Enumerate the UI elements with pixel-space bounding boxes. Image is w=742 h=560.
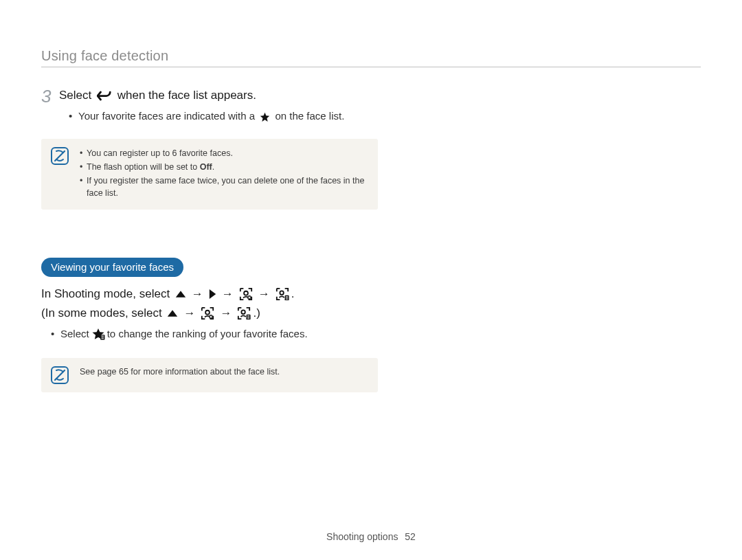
header-rule	[41, 67, 701, 67]
note-item: The flash option will be set to Off.	[80, 161, 367, 173]
path2-text-post: .)	[253, 304, 260, 322]
face-list-icon	[276, 287, 289, 301]
page-footer: Shooting options 52	[0, 531, 742, 542]
step-text-pre: Select	[59, 87, 95, 104]
up-triangle-icon	[175, 290, 186, 298]
note-box-2: See page 65 for more information about t…	[41, 358, 378, 392]
face-list-icon	[237, 306, 251, 320]
nav-path-2: (In some modes, select → → .)	[41, 304, 378, 322]
nav-path-1: In Shooting mode, select → → → .	[41, 285, 378, 303]
footer-section: Shooting options	[326, 531, 398, 542]
footer-page-number: 52	[405, 531, 416, 542]
bullet-text-post: on the face list.	[275, 110, 344, 122]
step-3: 3 Select when the face list appears. You…	[41, 87, 378, 124]
face-detect-settings-icon	[201, 306, 214, 320]
period: .	[291, 285, 295, 303]
step-instruction: Select when the face list appears.	[59, 87, 378, 104]
section-bullet: Select to change the ranking of your fav…	[51, 326, 378, 341]
arrow-icon: →	[220, 304, 232, 322]
section-heading: Viewing your favorite faces	[41, 258, 183, 277]
bullet2-text-pre: Select	[60, 326, 89, 341]
star-rank-icon	[91, 328, 105, 340]
path-text-pre: In Shooting mode, select	[41, 285, 173, 303]
page-topic-title: Using face detection	[41, 48, 701, 64]
back-icon	[97, 91, 112, 101]
path2-text-pre: (In some modes, select	[41, 304, 165, 322]
star-icon	[260, 112, 270, 122]
face-detect-settings-icon	[239, 287, 253, 301]
up-triangle-icon	[167, 309, 178, 317]
step-number: 3	[41, 87, 59, 105]
right-triangle-icon	[209, 289, 216, 300]
arrow-icon: →	[192, 285, 203, 303]
arrow-icon: →	[183, 304, 195, 322]
note-icon	[51, 147, 69, 165]
arrow-icon: →	[222, 285, 234, 303]
note-icon	[51, 366, 69, 384]
bullet2-text-post: to change the ranking of your favorite f…	[107, 326, 308, 341]
note-item: You can register up to 6 favorite faces.	[80, 147, 367, 159]
step-sub-bullet: Your favorite faces are indicated with a…	[69, 109, 378, 124]
note-text: See page 65 for more information about t…	[80, 366, 367, 379]
note-item: If you register the same face twice, you…	[80, 175, 367, 199]
note-box-1: You can register up to 6 favorite faces.…	[41, 139, 378, 210]
step-text-post: when the face list appears.	[114, 87, 256, 104]
bullet-text-pre: Your favorite faces are indicated with a	[78, 110, 258, 122]
arrow-icon: →	[258, 285, 270, 303]
